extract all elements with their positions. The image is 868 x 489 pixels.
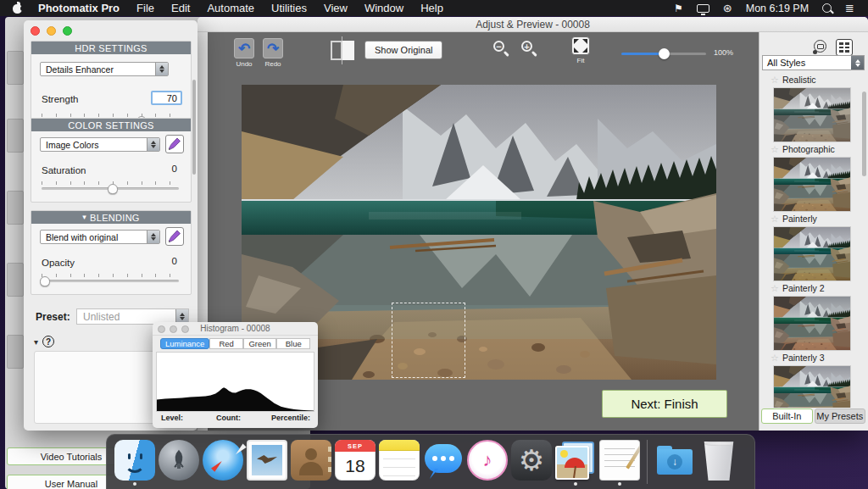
style-thumbnail-partial[interactable] [774, 366, 850, 408]
grid-bar [839, 47, 843, 49]
color-brush-button[interactable] [165, 135, 184, 153]
menu-clock[interactable]: Mon 6:19 PM [746, 3, 809, 14]
dock-system-preferences-icon[interactable]: ⚙ [511, 440, 552, 486]
dock-contacts-icon[interactable] [291, 440, 331, 486]
show-original-button[interactable]: Show Original [364, 41, 442, 59]
help-chevron-icon[interactable]: ▾ [34, 337, 38, 347]
notification-center-icon[interactable]: ≣ [845, 2, 854, 14]
menu-item[interactable]: View [324, 2, 348, 14]
blending-section: ▾BLENDING Blend with original Opacity 0 [31, 210, 192, 295]
collapse-chevron-icon[interactable]: ▾ [82, 213, 86, 221]
style-thumbnail[interactable] [774, 227, 850, 281]
style-item[interactable]: ☆ Painterly 2 [760, 227, 868, 295]
zoom-window-button[interactable] [181, 325, 189, 333]
dock-textedit-icon[interactable] [599, 440, 640, 486]
strength-value-field[interactable]: 70 [151, 91, 182, 105]
dock-launchpad-icon[interactable] [159, 440, 199, 486]
split-view-icon[interactable] [331, 41, 354, 60]
styles-filter-dropdown[interactable]: All Styles [762, 55, 865, 70]
book-tab [328, 447, 331, 452]
menu-item[interactable]: Edit [171, 2, 190, 14]
style-item[interactable]: ☆ Photographic [760, 88, 868, 156]
dock-calendar-icon[interactable]: SEP 18 [335, 440, 376, 486]
help-icon[interactable]: ? [42, 336, 54, 347]
minimize-button[interactable] [47, 26, 56, 36]
close-button[interactable] [158, 325, 165, 333]
style-label: Painterly 2 [782, 283, 825, 293]
menu-app-name[interactable]: Photomatix Pro [38, 2, 120, 14]
zoom-slider-knob[interactable] [659, 48, 670, 59]
blending-brush-button[interactable] [165, 227, 184, 246]
zoom-out-icon[interactable]: − [492, 40, 511, 58]
redo-button[interactable]: ↷ [263, 38, 283, 58]
menu-item[interactable]: File [136, 2, 154, 14]
style-caption: ☆ Painterly 2 [760, 281, 868, 295]
styles-scrollbar[interactable] [862, 92, 866, 176]
thumbnail-list-icon[interactable] [836, 39, 853, 56]
histogram-channel-tab[interactable]: Green [243, 338, 277, 349]
zoom-window-button[interactable] [63, 26, 72, 36]
star-icon[interactable]: ☆ [771, 75, 779, 86]
style-item[interactable]: ☆ Painterly 3 [760, 297, 868, 364]
spotlight-search-icon[interactable] [822, 3, 832, 13]
trash-rim [704, 442, 734, 446]
star-icon[interactable]: ☆ [771, 283, 779, 294]
star-icon[interactable]: ☆ [771, 353, 779, 364]
messages-bubble [423, 440, 464, 481]
saturation-slider-knob[interactable] [108, 184, 118, 194]
zoom-slider[interactable] [621, 53, 706, 55]
dock-downloads-folder-icon[interactable]: ↓ [654, 440, 695, 486]
style-thumbnail[interactable] [774, 297, 850, 350]
menu-item[interactable]: Window [364, 2, 403, 14]
count-label: Count: [216, 414, 241, 422]
zoom-in-icon[interactable]: + [520, 40, 539, 58]
hdr-method-dropdown[interactable]: Details Enhancer [40, 62, 169, 76]
blending-mode-dropdown[interactable]: Blend with original [40, 230, 160, 244]
opacity-slider[interactable] [42, 280, 179, 282]
style-item-realistic[interactable]: ☆ Realistic [760, 73, 868, 86]
opacity-slider-knob[interactable] [40, 276, 50, 286]
styles-tab[interactable]: My Presets [815, 408, 866, 424]
styles-tab[interactable]: Built-In [761, 408, 813, 424]
undo-button[interactable]: ↶ [234, 38, 254, 58]
saturation-slider[interactable] [42, 187, 179, 190]
dock-notes-icon[interactable] [379, 440, 420, 486]
display-status-icon[interactable] [697, 4, 709, 13]
color-mode-dropdown[interactable]: Image Colors [40, 137, 160, 152]
selection-rectangle[interactable] [392, 303, 465, 378]
histogram-channel-tab[interactable]: Red [209, 338, 243, 349]
histogram-channel-tab[interactable]: Blue [276, 338, 310, 349]
dock-finder-icon[interactable] [114, 440, 155, 486]
dock-safari-icon[interactable] [203, 440, 243, 486]
style-item[interactable]: ☆ Painterly [760, 158, 868, 225]
loupe-film [817, 44, 824, 49]
preset-value: Unlisted [77, 311, 175, 323]
style-thumbnail[interactable] [774, 158, 850, 211]
dock-mail-icon[interactable] [247, 440, 287, 486]
flag-status-icon[interactable]: ⚑ [674, 3, 683, 14]
histogram-channel-tab[interactable]: Luminance [160, 338, 209, 349]
dock-messages-icon[interactable] [423, 440, 464, 486]
star-icon[interactable]: ☆ [771, 214, 779, 225]
dock-trash-icon[interactable] [698, 440, 739, 486]
styles-filter-value: All Styles [763, 58, 851, 68]
minimize-button[interactable] [170, 325, 177, 333]
close-button[interactable] [31, 26, 40, 36]
menu-item[interactable]: Help [420, 2, 443, 14]
menu-item[interactable]: Automate [207, 2, 254, 14]
itunes-circle: ♪ [467, 440, 508, 481]
settings-scrollbar[interactable] [192, 80, 196, 175]
star-icon[interactable]: ☆ [771, 144, 779, 155]
dock-photomatix-icon[interactable] [555, 440, 596, 486]
menu-item[interactable]: Utilities [271, 2, 307, 14]
histogram-traffic-lights [158, 325, 189, 333]
dock-itunes-icon[interactable]: ♪ [467, 440, 508, 486]
histogram-plot [156, 352, 314, 412]
shutter-status-icon[interactable]: ⊛ [723, 3, 732, 14]
text-line [604, 448, 635, 449]
apple-menu-icon[interactable] [12, 3, 23, 14]
style-thumbnail[interactable] [774, 88, 850, 142]
preview-loupe-icon[interactable] [812, 39, 829, 56]
fit-button[interactable] [571, 36, 590, 55]
next-finish-button[interactable]: Next: Finish [602, 390, 727, 418]
